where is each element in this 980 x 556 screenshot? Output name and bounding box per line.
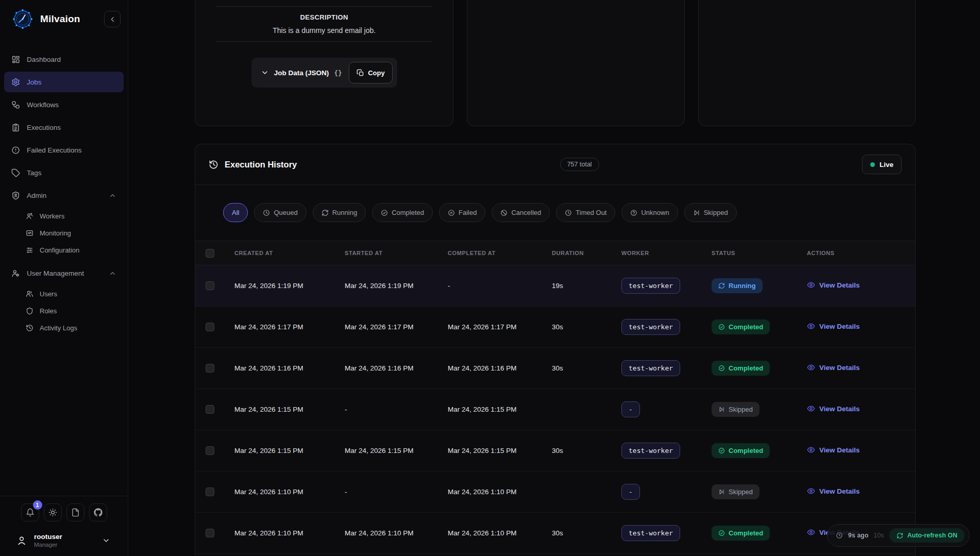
docs-button[interactable] xyxy=(66,503,85,521)
nav-label: Tags xyxy=(27,169,42,177)
notification-badge: 1 xyxy=(33,500,42,510)
sidebar-item-roles[interactable]: Roles xyxy=(4,302,124,319)
skip-icon xyxy=(693,209,700,216)
worker-cell: - xyxy=(611,484,701,500)
row-checkbox[interactable] xyxy=(206,364,214,373)
job-data-json-toggle[interactable]: Job Data (JSON) {} Copy xyxy=(251,58,397,88)
sidebar-item-dashboard[interactable]: Dashboard xyxy=(4,49,124,70)
nav-label: Jobs xyxy=(27,78,42,86)
filter-completed[interactable]: Completed xyxy=(372,203,433,222)
worker-badge: test-worker xyxy=(621,319,680,335)
eye-icon xyxy=(807,322,815,330)
row-checkbox[interactable] xyxy=(206,281,214,290)
user-menu[interactable]: rootuser Manager xyxy=(7,531,121,548)
row-checkbox-cell xyxy=(195,323,224,331)
github-button[interactable] xyxy=(89,503,107,521)
sidebar-item-tags[interactable]: Tags xyxy=(4,162,124,183)
monitoring-icon xyxy=(26,229,33,237)
check-circle-icon xyxy=(381,209,388,216)
row-checkbox[interactable] xyxy=(206,323,214,331)
filter-skipped[interactable]: Skipped xyxy=(684,203,737,222)
sidebar-item-user-management[interactable]: User Management xyxy=(4,263,124,283)
nav-label: Configuration xyxy=(40,246,79,254)
status-icon xyxy=(718,282,725,289)
chevron-up-icon xyxy=(109,192,116,199)
completed-at-cell: Mar 24, 2026 1:15 PM xyxy=(437,447,542,454)
filter-cancelled[interactable]: Cancelled xyxy=(492,203,550,222)
executions-table: CREATED AT STARTED AT COMPLETED AT DURAT… xyxy=(195,241,915,554)
history-icon xyxy=(209,160,218,170)
created-at-cell: Mar 24, 2026 1:15 PM xyxy=(224,447,334,454)
sidebar-collapse-button[interactable] xyxy=(104,11,121,27)
table-row: Mar 24, 2026 1:15 PM Mar 24, 2026 1:15 P… xyxy=(195,430,915,471)
column-header-status: STATUS xyxy=(701,250,797,256)
view-details-link[interactable]: View Details xyxy=(807,405,860,413)
view-details-link[interactable]: View Details xyxy=(807,446,860,454)
select-all-checkbox[interactable] xyxy=(206,249,214,258)
status-icon xyxy=(718,406,725,413)
status-icon xyxy=(718,447,725,454)
actions-cell: View Details xyxy=(797,405,915,414)
total-count-badge: 757 total xyxy=(560,158,599,171)
sidebar-nav: Dashboard Jobs Workflows Executions Fail… xyxy=(0,49,128,336)
filter-all[interactable]: All xyxy=(223,203,248,222)
created-at-cell: Mar 24, 2026 1:17 PM xyxy=(224,323,334,331)
job-overview-card: DESCRIPTION This is a dummy send email j… xyxy=(195,0,453,126)
status-label: Completed xyxy=(729,323,763,331)
sidebar-item-monitoring[interactable]: Monitoring xyxy=(4,225,124,242)
view-details-link[interactable]: View Details xyxy=(807,281,860,289)
sidebar-item-failed-executions[interactable]: Failed Executions xyxy=(4,140,124,160)
sidebar-item-admin[interactable]: Admin xyxy=(4,185,124,206)
sidebar-item-jobs[interactable]: Jobs xyxy=(4,72,124,92)
nav-label: Executions xyxy=(27,124,61,131)
filter-unknown[interactable]: Unknown xyxy=(621,203,678,222)
view-details-label: View Details xyxy=(819,446,860,454)
view-details-link[interactable]: View Details xyxy=(807,363,860,372)
job-detail-card-3 xyxy=(698,0,916,126)
sidebar-item-configuration[interactable]: Configuration xyxy=(4,242,124,259)
brand-name: Milvaion xyxy=(40,13,80,25)
status-badge: Running xyxy=(712,278,763,293)
status-badge: Completed xyxy=(712,526,770,541)
user-name: rootuser xyxy=(34,533,62,541)
sidebar-item-workers[interactable]: Workers xyxy=(4,208,124,225)
auto-refresh-toggle[interactable]: Auto-refresh ON xyxy=(889,528,965,543)
row-checkbox[interactable] xyxy=(206,487,214,496)
chevron-down-icon xyxy=(102,536,110,545)
filter-failed[interactable]: Failed xyxy=(439,203,485,222)
filter-queued[interactable]: Queued xyxy=(254,203,306,222)
duration-cell: 30s xyxy=(542,323,611,331)
status-badge: Completed xyxy=(712,443,770,458)
theme-toggle-button[interactable] xyxy=(44,503,62,521)
filter-label: Running xyxy=(332,209,357,216)
filter-timed-out[interactable]: Timed Out xyxy=(556,203,615,222)
sidebar-item-workflows[interactable]: Workflows xyxy=(4,94,124,115)
copy-button[interactable]: Copy xyxy=(349,62,393,83)
completed-at-cell: Mar 24, 2026 1:10 PM xyxy=(437,529,542,537)
created-at-cell: Mar 24, 2026 1:16 PM xyxy=(224,364,334,372)
view-details-link[interactable]: View Details xyxy=(807,487,860,495)
started-at-cell: Mar 24, 2026 1:17 PM xyxy=(334,323,437,331)
worker-badge: test-worker xyxy=(621,360,680,376)
x-circle-icon xyxy=(448,209,455,216)
eye-icon xyxy=(807,281,815,289)
filter-running[interactable]: Running xyxy=(313,203,366,222)
live-button[interactable]: Live xyxy=(862,155,902,174)
header-checkbox-cell xyxy=(195,249,224,258)
eye-icon xyxy=(807,487,815,495)
github-icon xyxy=(94,508,103,517)
sidebar-item-activity-logs[interactable]: Activity Logs xyxy=(4,319,124,336)
view-details-link[interactable]: View Details xyxy=(807,322,860,330)
view-details-label: View Details xyxy=(819,323,860,330)
sidebar-item-users[interactable]: Users xyxy=(4,285,124,302)
row-checkbox[interactable] xyxy=(206,446,214,455)
sidebar-item-executions[interactable]: Executions xyxy=(4,117,124,138)
status-icon xyxy=(718,365,725,372)
row-checkbox[interactable] xyxy=(206,405,214,414)
status-cell: Completed xyxy=(701,361,797,376)
row-checkbox-cell xyxy=(195,281,224,290)
row-checkbox[interactable] xyxy=(206,529,214,537)
table-row: Mar 24, 2026 1:10 PM Mar 24, 2026 1:10 P… xyxy=(195,513,915,554)
row-checkbox-cell xyxy=(195,446,224,455)
notifications-button[interactable]: 1 xyxy=(21,503,39,521)
